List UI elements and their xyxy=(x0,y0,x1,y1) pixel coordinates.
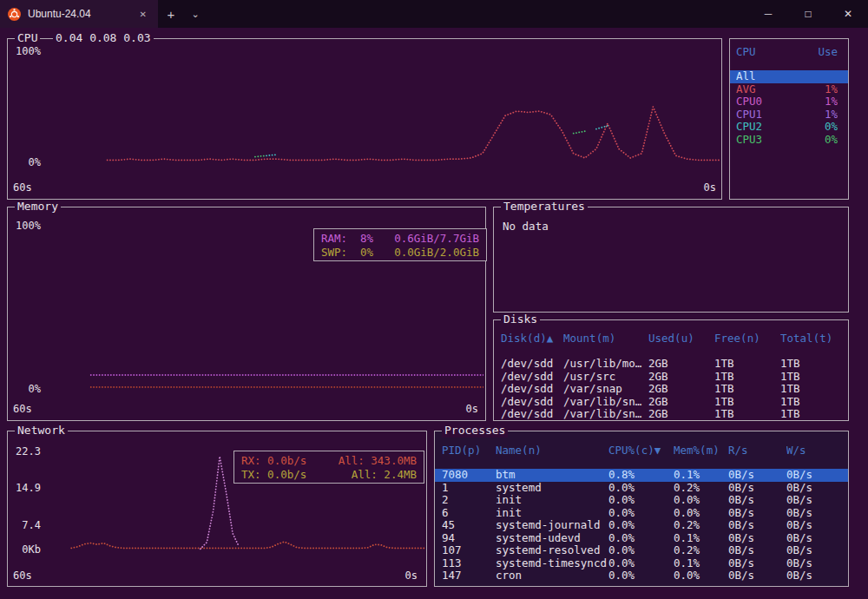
cpu-panel[interactable]: CPU 0.04 0.08 0.03 100% 0% 60s 0s xyxy=(7,38,722,200)
tab-dropdown-button[interactable]: ⌄ xyxy=(184,0,207,28)
cpu-x-left-label: 60s xyxy=(13,181,32,194)
disk-row[interactable]: /dev/sdd/usr/lib/mo…2GB1TB1TB xyxy=(494,358,848,371)
cpu-legend-row[interactable]: CPU30% xyxy=(730,134,848,147)
disks-col-mount[interactable]: Mount(m) xyxy=(563,332,648,346)
process-row[interactable]: 7080btm0.8%0.1%0B/s0B/s xyxy=(435,469,848,482)
cpu-legend-row[interactable]: CPU11% xyxy=(730,109,848,122)
process-row-ws: 0B/s xyxy=(786,482,848,495)
process-row-mem: 0.0% xyxy=(674,569,728,583)
new-tab-button[interactable]: + xyxy=(158,0,184,28)
cpu-legend-col-cpu: CPU xyxy=(736,46,805,59)
cpu-legend-row[interactable]: AVG1% xyxy=(730,83,848,96)
cpu-legend-row[interactable]: CPU20% xyxy=(730,121,848,134)
processes-col-ws[interactable]: W/s xyxy=(786,444,848,457)
minimize-button[interactable]: ─ xyxy=(748,0,788,28)
processes-panel[interactable]: Processes PID(p) Name(n) CPU%(c)▼ Mem%(m… xyxy=(434,431,849,587)
disk-row[interactable]: /dev/sdd/usr/src2GB1TB1TB xyxy=(494,371,848,384)
processes-col-cpu[interactable]: CPU%(c)▼ xyxy=(608,444,674,457)
cpu-legend-header: CPU Use xyxy=(730,46,848,59)
process-row[interactable]: 2init0.0%0.0%0B/s0B/s xyxy=(435,494,848,507)
memory-x-left-label: 60s xyxy=(13,403,32,415)
ram-pct: 8% xyxy=(360,232,394,245)
process-row-cpu: 0.0% xyxy=(608,532,674,545)
disks-panel[interactable]: Disks Disk(d)▲ Mount(m) Used(u) Free(n) … xyxy=(493,319,849,421)
network-y3-label: 22.3 xyxy=(10,445,41,457)
disks-col-disk[interactable]: Disk(d)▲ xyxy=(501,332,563,346)
disk-row-mount: /var/lib/sn… xyxy=(563,408,648,421)
maximize-button[interactable]: □ xyxy=(788,0,828,28)
cpu-panel-title: CPU xyxy=(15,31,40,45)
disk-row-total: 1TB xyxy=(780,371,848,384)
terminal-screen[interactable]: CPU 0.04 0.08 0.03 100% 0% 60s 0s CPU Us… xyxy=(0,28,868,599)
process-row[interactable]: 94systemd-udevd0.0%0.1%0B/s0B/s xyxy=(435,532,848,545)
swp-label: SWP: xyxy=(321,246,360,259)
process-row-pid: 45 xyxy=(442,519,496,532)
cpu-legend-row[interactable]: CPU01% xyxy=(730,95,848,109)
disk-row-disk: /dev/sdd xyxy=(501,358,563,371)
process-row-mem: 0.1% xyxy=(674,469,728,482)
cpu-legend-panel[interactable]: CPU Use AllAVG1%CPU01%CPU11%CPU20%CPU30% xyxy=(729,38,849,200)
processes-col-mem[interactable]: Mem%(m) xyxy=(674,444,728,457)
disks-col-free[interactable]: Free(n) xyxy=(714,332,780,346)
process-row-pid: 147 xyxy=(442,569,496,583)
network-panel[interactable]: Network 22.3 14.9 7.4 0Kb 60s 0s RX: 0.0… xyxy=(7,431,427,587)
disks-rows: /dev/sdd/usr/lib/mo…2GB1TB1TB/dev/sdd/us… xyxy=(494,358,848,421)
temperatures-panel[interactable]: Temperatures No data xyxy=(493,207,849,313)
process-row[interactable]: 107systemd-resolved0.0%0.2%0B/s0B/s xyxy=(435,544,848,557)
terminal-tab[interactable]: Ubuntu-24.04 ✕ xyxy=(0,0,158,28)
disk-row-used: 2GB xyxy=(648,371,714,384)
process-row-rs: 0B/s xyxy=(728,544,786,557)
disk-row-used: 2GB xyxy=(648,358,714,371)
memory-panel[interactable]: Memory 100% 0% 60s 0s RAM: 8% 0.6GiB/7.7… xyxy=(7,207,486,421)
processes-col-name[interactable]: Name(n) xyxy=(496,444,608,457)
tab-close-icon[interactable]: ✕ xyxy=(136,8,150,21)
cpu-legend-col-use: Use xyxy=(805,46,838,59)
disks-col-used[interactable]: Used(u) xyxy=(648,332,714,346)
disks-col-total[interactable]: Total(t) xyxy=(780,332,848,346)
process-row-mem: 0.2% xyxy=(674,519,728,532)
network-y1-label: 7.4 xyxy=(10,519,41,531)
network-legend: RX: 0.0b/s All: 343.0MB TX: 0.0b/s All: … xyxy=(233,451,424,484)
cpu-chart xyxy=(39,48,721,166)
processes-col-pid[interactable]: PID(p) xyxy=(442,444,496,457)
process-row[interactable]: 113systemd-timesyncd0.0%0.1%0B/s0B/s xyxy=(435,557,848,570)
process-row[interactable]: 6init0.0%0.0%0B/s0B/s xyxy=(435,507,848,520)
disk-row-free: 1TB xyxy=(714,396,780,409)
process-row[interactable]: 1systemd0.0%0.2%0B/s0B/s xyxy=(435,482,848,495)
disk-row[interactable]: /dev/sdd/var/snap2GB1TB1TB xyxy=(494,383,848,396)
memory-swp-legend: SWP: 0% 0.0GiB/2.0GiB xyxy=(321,246,479,259)
network-y0-label: 0Kb xyxy=(10,543,41,556)
processes-col-rs[interactable]: R/s xyxy=(728,444,786,457)
network-x-right-label: 0s xyxy=(405,569,418,582)
process-row-rs: 0B/s xyxy=(728,469,786,482)
cpu-legend-row-use xyxy=(805,70,838,83)
disk-row[interactable]: /dev/sdd/var/lib/sn…2GB1TB1TB xyxy=(494,408,848,421)
close-button[interactable]: ✕ xyxy=(828,0,868,28)
cpu-y-min-label: 0% xyxy=(10,156,41,168)
disk-row-mount: /usr/src xyxy=(563,371,648,384)
cpu-legend-row-use: 1% xyxy=(805,83,838,96)
process-row-cpu: 0.0% xyxy=(608,544,674,557)
process-row[interactable]: 45systemd-journald0.0%0.2%0B/s0B/s xyxy=(435,519,848,532)
process-row-name: systemd-resolved xyxy=(496,544,608,557)
process-row[interactable]: 147cron0.0%0.0%0B/s0B/s xyxy=(435,569,848,583)
cpu-legend-row-name: CPU0 xyxy=(736,95,805,109)
disk-row-free: 1TB xyxy=(714,408,780,421)
disk-row-total: 1TB xyxy=(780,408,848,421)
process-row-name: systemd-timesyncd xyxy=(496,557,608,570)
disk-row[interactable]: /dev/sdd/var/lib/sn…2GB1TB1TB xyxy=(494,396,848,409)
temperatures-panel-title: Temperatures xyxy=(501,200,588,214)
memory-x-right-label: 0s xyxy=(466,403,478,415)
disk-row-free: 1TB xyxy=(714,371,780,384)
disk-row-disk: /dev/sdd xyxy=(501,396,563,409)
process-row-rs: 0B/s xyxy=(728,519,786,532)
process-row-rs: 0B/s xyxy=(728,569,786,583)
process-row-cpu: 0.0% xyxy=(608,507,674,520)
process-row-ws: 0B/s xyxy=(786,532,848,545)
process-row-name: cron xyxy=(496,569,608,583)
disk-row-mount: /var/snap xyxy=(563,383,648,396)
disk-row-total: 1TB xyxy=(780,396,848,409)
process-row-name: systemd-udevd xyxy=(496,532,608,545)
process-row-ws: 0B/s xyxy=(786,507,848,520)
cpu-legend-row[interactable]: All xyxy=(730,70,848,83)
